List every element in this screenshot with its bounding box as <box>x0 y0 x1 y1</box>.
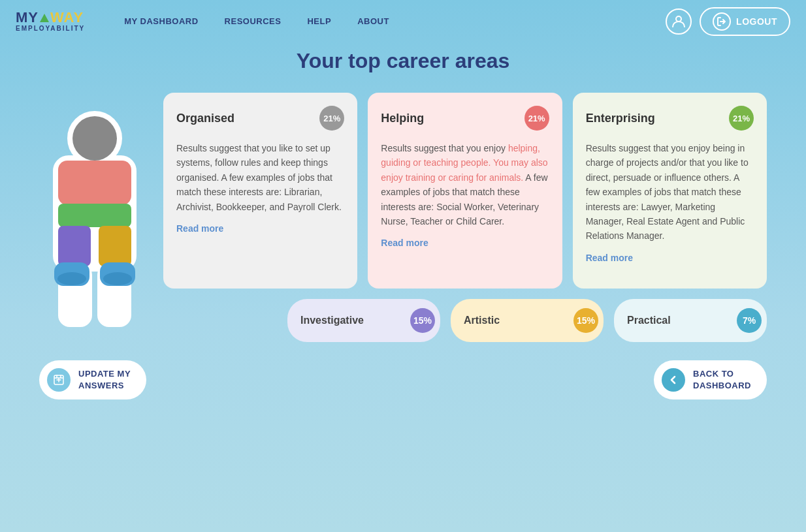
update-label: UPDATE MYANSWERS <box>78 368 131 392</box>
card-helping-header: Helping 21% <box>381 106 549 131</box>
pill-practical-label: Practical <box>627 315 671 326</box>
nav-help[interactable]: HELP <box>307 16 331 26</box>
pill-artistic-pct: 15% <box>573 308 598 333</box>
logout-icon <box>713 12 731 31</box>
update-icon <box>47 368 71 392</box>
card-enterprising-pct: 21% <box>729 106 754 131</box>
svg-point-12 <box>57 272 86 285</box>
update-answers-button[interactable]: UPDATE MYANSWERS <box>39 360 146 399</box>
main-nav: MY DASHBOARD RESOURCES HELP ABOUT <box>124 16 666 26</box>
nav-dashboard[interactable]: MY DASHBOARD <box>124 16 198 26</box>
svg-point-13 <box>103 272 132 285</box>
header-right: LOGOUT <box>666 7 790 36</box>
logo-my: MY <box>16 10 39 25</box>
page-title: Your top career areas <box>39 49 767 73</box>
svg-rect-8 <box>58 226 91 266</box>
cards-area: Organised 21% Results suggest that you l… <box>163 93 767 342</box>
back-icon <box>662 368 685 392</box>
card-enterprising-header: Enterprising 21% <box>586 106 754 131</box>
card-helping-body: Results suggest that you enjoy helping, … <box>381 141 549 228</box>
card-organised-title: Organised <box>176 112 234 125</box>
card-organised-pct: 21% <box>319 106 344 131</box>
logo-way: WAY <box>50 10 84 25</box>
footer-area: UPDATE MYANSWERS BACK TODASHBOARD <box>39 360 767 399</box>
bottom-pills: Investigative 15% Artistic 15% Practical… <box>287 299 767 342</box>
logout-label: LOGOUT <box>736 16 777 27</box>
pill-practical: Practical 7% <box>614 299 767 342</box>
card-helping-title: Helping <box>381 112 424 125</box>
pill-investigative-label: Investigative <box>300 315 364 326</box>
back-to-dashboard-button[interactable]: BACK TODASHBOARD <box>654 360 767 399</box>
logo: MY WAY EMPLOYABILITY <box>16 10 85 32</box>
back-label: BACK TODASHBOARD <box>693 368 751 392</box>
card-enterprising: Enterprising 21% Results suggest that yo… <box>573 93 767 289</box>
card-organised-header: Organised 21% <box>176 106 344 131</box>
card-enterprising-title: Enterprising <box>586 112 655 125</box>
card-enterprising-read-more[interactable]: Read more <box>586 253 633 263</box>
content-area: Organised 21% Results suggest that you l… <box>39 93 767 342</box>
nav-about[interactable]: ABOUT <box>357 16 389 26</box>
svg-point-5 <box>73 116 117 161</box>
card-organised-body: Results suggest that you like to set up … <box>176 141 344 214</box>
card-helping: Helping 21% Results suggest that you enj… <box>368 93 562 289</box>
pill-artistic: Artistic 15% <box>451 299 604 342</box>
card-enterprising-body: Results suggest that you enjoy being in … <box>586 141 754 243</box>
logout-button[interactable]: LOGOUT <box>700 7 790 36</box>
card-helping-pct: 21% <box>524 106 549 131</box>
pill-artistic-label: Artistic <box>464 315 500 326</box>
pill-investigative-pct: 15% <box>410 308 435 333</box>
card-organised-read-more[interactable]: Read more <box>176 223 223 234</box>
profile-icon[interactable] <box>666 8 692 35</box>
logo-triangle-icon <box>40 14 49 22</box>
nav-resources[interactable]: RESOURCES <box>225 16 282 26</box>
pill-investigative: Investigative 15% <box>287 299 440 342</box>
svg-rect-9 <box>99 226 131 266</box>
svg-rect-6 <box>58 161 131 205</box>
pill-practical-pct: 7% <box>737 308 762 333</box>
main-content: Your top career areas <box>0 42 806 419</box>
card-helping-read-more[interactable]: Read more <box>381 238 428 248</box>
card-organised: Organised 21% Results suggest that you l… <box>163 93 357 289</box>
svg-rect-7 <box>58 204 131 227</box>
svg-point-0 <box>676 16 681 22</box>
top-cards: Organised 21% Results suggest that you l… <box>163 93 767 289</box>
header: MY WAY EMPLOYABILITY MY DASHBOARD RESOUR… <box>0 0 806 42</box>
figure-container <box>39 99 150 334</box>
logo-sub: EMPLOYABILITY <box>16 25 85 32</box>
